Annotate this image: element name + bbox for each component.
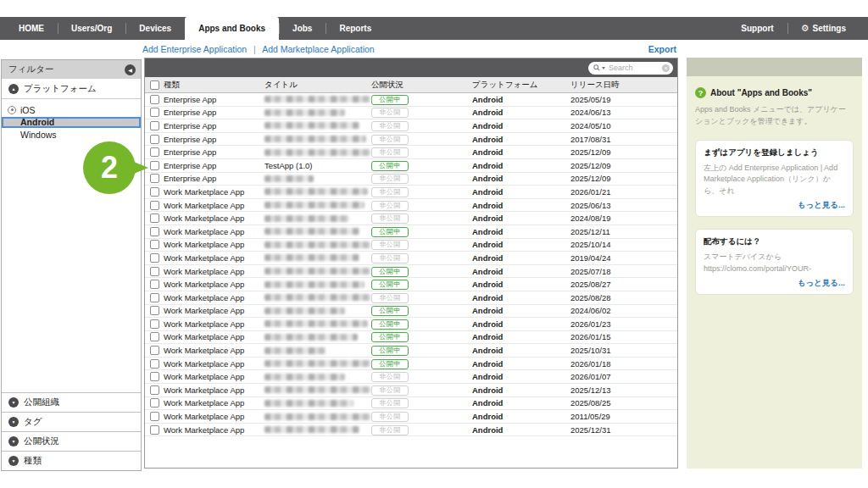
- platform-cell: Android: [472, 121, 570, 130]
- redacted-title: [264, 294, 371, 301]
- table-row[interactable]: Work Marketplace App 公開中 Android 2025/08…: [145, 278, 677, 291]
- row-checkbox[interactable]: [150, 425, 159, 435]
- row-checkbox[interactable]: [150, 108, 159, 117]
- row-checkbox[interactable]: [150, 346, 159, 355]
- sidebar-item-ios[interactable]: iOS: [2, 104, 141, 116]
- table-row[interactable]: Work Marketplace App 非公開 Android 2025/12…: [145, 384, 677, 397]
- platform-cell: Android: [472, 372, 570, 381]
- table-row[interactable]: Work Marketplace App 非公開 Android 2026/01…: [145, 370, 677, 384]
- sidebar-section-platform[interactable]: ▲ プラットフォーム: [2, 79, 141, 99]
- table-row[interactable]: Enterprise App 非公開 Android 2025/12/09: [145, 173, 677, 186]
- column-header-title[interactable]: タイトル: [264, 80, 371, 91]
- nav-tab-reports[interactable]: Reports: [326, 17, 385, 40]
- row-checkbox[interactable]: [150, 253, 159, 263]
- column-header-status[interactable]: 公開状況: [371, 80, 472, 91]
- sidebar-item-windows[interactable]: Windows: [2, 129, 141, 141]
- sidebar-item-android[interactable]: Android: [2, 117, 141, 129]
- row-checkbox[interactable]: [150, 280, 159, 289]
- app-title-cell: [264, 320, 371, 327]
- app-type-cell: Work Marketplace App: [164, 267, 264, 276]
- row-checkbox[interactable]: [150, 332, 159, 341]
- row-checkbox[interactable]: [150, 385, 159, 395]
- row-checkbox[interactable]: [150, 306, 159, 315]
- search-clear-icon[interactable]: ×: [662, 64, 670, 72]
- table-row[interactable]: Work Marketplace App 公開中 Android 2025/07…: [145, 265, 677, 279]
- release-date-cell: 2025/08/25: [570, 398, 677, 408]
- table-row[interactable]: Work Marketplace App 非公開 Android 2025/10…: [145, 239, 677, 252]
- row-checkbox[interactable]: [150, 95, 159, 104]
- table-row[interactable]: Work Marketplace App 非公開 Android 2024/08…: [145, 212, 677, 225]
- row-checkbox[interactable]: [150, 372, 159, 381]
- row-checkbox[interactable]: [150, 319, 159, 329]
- add-marketplace-application-link[interactable]: Add Marketplace Application: [262, 44, 375, 54]
- app-title-cell: [264, 136, 371, 142]
- app-title-cell: [264, 347, 371, 354]
- row-checkbox[interactable]: [150, 187, 159, 197]
- column-header-release-date[interactable]: リリース日時: [570, 80, 677, 91]
- table-row[interactable]: Work Marketplace App 公開中 Android 2024/06…: [145, 305, 677, 319]
- nav-tab-home[interactable]: HOME: [5, 17, 58, 40]
- see-more-link[interactable]: もっと見る...: [704, 200, 845, 211]
- row-checkbox[interactable]: [150, 214, 159, 223]
- row-checkbox[interactable]: [150, 161, 159, 170]
- sidebar-item-label: Android: [20, 117, 54, 127]
- help-card-body: スマートデバイスから https://clomo.com/portal/YOUR…: [704, 252, 845, 274]
- export-link[interactable]: Export: [648, 44, 676, 54]
- table-row[interactable]: Enterprise App 非公開 Android 2024/06/13: [145, 107, 677, 120]
- search-filter-caret-icon[interactable]: [602, 67, 605, 69]
- table-row[interactable]: Work Marketplace App 非公開 Android 2025/08…: [145, 291, 677, 305]
- platform-cell: Android: [472, 359, 570, 369]
- nav-settings[interactable]: ⚙ Settings: [787, 17, 860, 40]
- table-row[interactable]: Work Marketplace App 非公開 Android 2025/08…: [145, 397, 677, 411]
- table-row[interactable]: Work Marketplace App 非公開 Android 2011/05…: [145, 410, 677, 424]
- sidebar-section-publish-status[interactable]: ▼ 公開状況: [2, 431, 141, 451]
- release-date-cell: 2024/06/13: [570, 108, 677, 117]
- top-navbar: HOMEUsers/OrgDevicesApps and BooksJobsRe…: [0, 17, 868, 40]
- table-row[interactable]: Work Marketplace App 公開中 Android 2026/01…: [145, 331, 677, 345]
- see-more-link[interactable]: もっと見る...: [704, 278, 845, 289]
- sidebar-section-label: 種類: [24, 455, 42, 467]
- table-row[interactable]: Enterprise App 非公開 Android 2017/08/31: [145, 133, 677, 147]
- table-row[interactable]: Enterprise App 公開中 Android 2025/05/19: [145, 93, 677, 107]
- row-checkbox[interactable]: [150, 121, 159, 130]
- nav-tab-apps-and-books[interactable]: Apps and Books: [185, 17, 279, 40]
- row-checkbox[interactable]: [150, 147, 159, 157]
- table-row[interactable]: Work Marketplace App 公開中 Android 2026/01…: [145, 358, 677, 371]
- sidebar-collapse-icon[interactable]: ◀: [125, 64, 136, 75]
- row-checkbox[interactable]: [150, 135, 159, 144]
- table-row[interactable]: Work Marketplace App 非公開 Android 2026/01…: [145, 186, 677, 199]
- table-row[interactable]: Work Marketplace App 公開中 Android 2025/10…: [145, 344, 677, 358]
- nav-tab-jobs[interactable]: Jobs: [279, 17, 326, 40]
- row-checkbox[interactable]: [150, 201, 159, 210]
- table-row[interactable]: Enterprise App 非公開 Android 2024/05/10: [145, 119, 677, 133]
- table-row[interactable]: Work Marketplace App 非公開 Android 2025/12…: [145, 424, 677, 437]
- table-row[interactable]: Enterprise App 非公開 Android 2025/12/09: [145, 146, 677, 159]
- nav-tab-users-org[interactable]: Users/Org: [58, 17, 125, 40]
- row-checkbox[interactable]: [150, 240, 159, 249]
- table-row[interactable]: Work Marketplace App 非公開 Android 2025/06…: [145, 199, 677, 213]
- column-header-type[interactable]: 種類: [164, 80, 264, 91]
- row-checkbox[interactable]: [150, 174, 159, 183]
- add-enterprise-application-link[interactable]: Add Enterprise Application: [142, 44, 247, 54]
- sidebar-section-type[interactable]: ▼ 種類: [2, 451, 141, 470]
- nav-tab-devices[interactable]: Devices: [125, 17, 185, 40]
- sidebar-section-public-org[interactable]: ▼ 公開組織: [2, 392, 141, 412]
- table-row[interactable]: Work Marketplace App 非公開 Android 2019/04…: [145, 252, 677, 265]
- row-checkbox[interactable]: [150, 398, 159, 408]
- row-checkbox[interactable]: [150, 227, 159, 236]
- select-all-checkbox[interactable]: [150, 80, 159, 90]
- row-checkbox[interactable]: [150, 412, 159, 421]
- table-row[interactable]: Work Marketplace App 公開中 Android 2026/01…: [145, 318, 677, 331]
- sidebar-section-tag[interactable]: ▼ タグ: [2, 412, 141, 431]
- platform-cell: Android: [472, 280, 570, 289]
- row-checkbox[interactable]: [150, 267, 159, 276]
- table-row[interactable]: Work Marketplace App 公開中 Android 2025/12…: [145, 225, 677, 239]
- nav-support[interactable]: Support: [727, 17, 787, 40]
- redacted-title: [264, 360, 371, 367]
- table-row[interactable]: Enterprise App TestApp (1.0) 公開中 Android…: [145, 159, 677, 173]
- section-collapsed-icon: ▼: [8, 436, 19, 446]
- row-checkbox[interactable]: [150, 359, 159, 369]
- search-input[interactable]: Search ×: [588, 62, 673, 75]
- row-checkbox[interactable]: [150, 293, 159, 302]
- column-header-platform[interactable]: プラットフォーム: [472, 80, 570, 91]
